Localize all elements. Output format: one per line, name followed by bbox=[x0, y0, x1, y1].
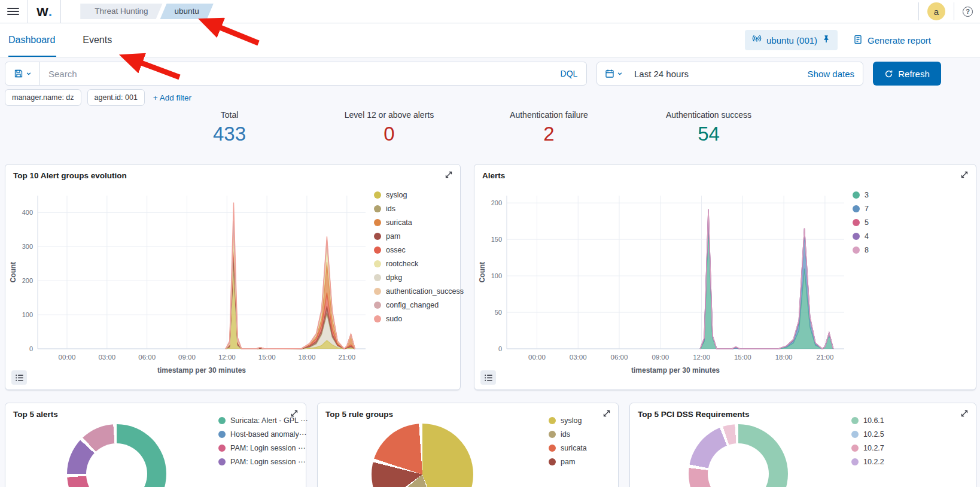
legend-label: syslog bbox=[561, 416, 582, 425]
svg-text:200: 200 bbox=[22, 277, 33, 284]
date-quick-select-button[interactable] bbox=[597, 62, 631, 85]
legend-label: suricata bbox=[386, 218, 412, 227]
legend-item[interactable]: PAM: Login session ⋯ bbox=[218, 458, 308, 466]
legend-item[interactable]: dpkg bbox=[374, 273, 464, 282]
saved-queries-menu-button[interactable] bbox=[5, 62, 40, 85]
filter-pill-manager-name[interactable]: manager.name: dz bbox=[5, 89, 81, 106]
inspect-list-button[interactable] bbox=[11, 370, 27, 385]
top5-alerts-donut[interactable] bbox=[67, 424, 166, 487]
legend-item[interactable]: 4 bbox=[853, 232, 869, 241]
legend-item[interactable]: PAM: Login session ⋯ bbox=[218, 444, 308, 452]
chevron-down-icon bbox=[617, 71, 623, 77]
calendar-icon bbox=[605, 69, 614, 78]
panel-title: Top 5 rule groups bbox=[325, 410, 393, 419]
refresh-icon bbox=[884, 69, 893, 78]
show-dates-button[interactable]: Show dates bbox=[808, 69, 863, 79]
legend-item[interactable]: pam bbox=[549, 458, 587, 466]
legend-item[interactable]: 8 bbox=[853, 246, 869, 254]
pinned-agent-badge[interactable]: ubuntu (001) bbox=[745, 30, 838, 50]
refresh-button[interactable]: Refresh bbox=[873, 62, 941, 86]
legend-color-dot bbox=[851, 445, 859, 452]
legend-item[interactable]: 10.2.7 bbox=[851, 444, 884, 452]
svg-text:0: 0 bbox=[498, 345, 502, 352]
legend-label: ids bbox=[386, 205, 395, 213]
legend-item[interactable]: ids bbox=[374, 205, 464, 213]
search-input[interactable] bbox=[40, 62, 552, 85]
legend-item[interactable]: syslog bbox=[374, 191, 464, 199]
svg-text:09:00: 09:00 bbox=[178, 354, 196, 361]
legend-color-dot bbox=[853, 205, 860, 212]
donut-hole bbox=[708, 443, 769, 487]
legend-item[interactable]: suricata bbox=[374, 218, 464, 227]
legend-item[interactable]: config_changed bbox=[374, 301, 464, 309]
legend-item[interactable]: 5 bbox=[853, 218, 869, 227]
legend-item[interactable]: 10.2.2 bbox=[851, 458, 884, 466]
legend-label: dpkg bbox=[386, 273, 402, 282]
pin-icon[interactable] bbox=[822, 35, 830, 45]
expand-icon[interactable] bbox=[960, 170, 970, 181]
legend-item[interactable]: pam bbox=[374, 232, 464, 241]
stat-value[interactable]: 2 bbox=[469, 123, 629, 145]
breadcrumb-agent-ubuntu[interactable]: ubuntu bbox=[160, 4, 214, 19]
filter-pill-agent-id[interactable]: agent.id: 001 bbox=[87, 89, 145, 106]
avatar[interactable]: a bbox=[927, 2, 945, 20]
svg-text:03:00: 03:00 bbox=[98, 354, 115, 361]
stat-value[interactable]: 54 bbox=[629, 123, 789, 145]
legend-item[interactable]: ossec bbox=[374, 246, 464, 254]
date-range-value[interactable]: Last 24 hours bbox=[634, 69, 689, 79]
legend-label: rootcheck bbox=[386, 260, 418, 268]
legend-item[interactable]: 10.2.5 bbox=[851, 430, 884, 439]
tab-dashboard[interactable]: Dashboard bbox=[8, 35, 55, 45]
chart-legend: Suricata: Alert - GPL ⋯Host-based anomal… bbox=[218, 416, 308, 466]
panel-title: Top 10 Alert groups evolution bbox=[13, 171, 127, 180]
legend-item[interactable]: 3 bbox=[853, 191, 869, 199]
panel-title: Top 5 alerts bbox=[13, 410, 58, 419]
legend-item[interactable]: 10.6.1 bbox=[851, 416, 884, 425]
top5-rule-groups-pie[interactable] bbox=[372, 424, 473, 487]
tab-events[interactable]: Events bbox=[83, 35, 112, 45]
legend-item[interactable]: suricata bbox=[549, 444, 587, 452]
panel-top5-alerts: Top 5 alerts Suricata: Alert - GPL ⋯Host… bbox=[5, 403, 306, 487]
top5-pci-donut[interactable] bbox=[689, 424, 788, 487]
agent-antenna-icon bbox=[752, 34, 762, 46]
legend-label: 10.2.2 bbox=[863, 458, 884, 466]
legend-color-dot bbox=[374, 302, 381, 309]
svg-text:09:00: 09:00 bbox=[652, 354, 669, 361]
legend-item[interactable]: 7 bbox=[853, 205, 869, 213]
legend-color-dot bbox=[374, 191, 381, 199]
alert-groups-evolution-chart[interactable]: 010020030040000:0003:0006:0009:0012:0015… bbox=[8, 187, 372, 380]
wazuh-logo[interactable]: W. bbox=[36, 4, 52, 20]
threat-hunting-dashboard: W. Threat Hunting ubuntu a ? Dashboard E… bbox=[0, 0, 980, 487]
generate-report-button[interactable]: Generate report bbox=[853, 35, 931, 46]
stat-value[interactable]: 433 bbox=[150, 123, 309, 145]
legend-color-dot bbox=[549, 431, 556, 438]
stat-level12-alerts: Level 12 or above alerts 0 bbox=[309, 110, 469, 145]
alerts-level-chart[interactable]: 05010015020000:0003:0006:0009:0012:0015:… bbox=[477, 187, 850, 380]
legend-label: PAM: Login session ⋯ bbox=[230, 444, 306, 452]
legend-item[interactable]: rootcheck bbox=[374, 260, 464, 268]
legend-item[interactable]: sudo bbox=[374, 315, 464, 323]
legend-label: config_changed bbox=[386, 301, 439, 309]
legend-label: 5 bbox=[865, 218, 869, 227]
panel-title: Top 5 PCI DSS Requirements bbox=[638, 410, 750, 419]
help-icon[interactable]: ? bbox=[963, 7, 973, 17]
menu-icon[interactable] bbox=[7, 8, 19, 15]
breadcrumb-threat-hunting[interactable]: Threat Hunting bbox=[80, 4, 162, 19]
legend-item[interactable]: ids bbox=[549, 430, 587, 439]
legend-color-dot bbox=[549, 458, 556, 465]
add-filter-button[interactable]: + Add filter bbox=[153, 93, 191, 102]
legend-item[interactable]: authentication_success bbox=[374, 287, 464, 296]
legend-item[interactable]: Host-based anomaly⋯ bbox=[218, 430, 308, 439]
dql-button[interactable]: DQL bbox=[552, 62, 586, 85]
chart-legend: syslogidssuricatapamossecrootcheckdpkgau… bbox=[374, 191, 464, 323]
legend-item[interactable]: Suricata: Alert - GPL ⋯ bbox=[218, 416, 308, 425]
expand-icon[interactable] bbox=[444, 170, 455, 181]
inspect-list-button[interactable] bbox=[480, 370, 496, 385]
expand-icon[interactable] bbox=[602, 409, 613, 419]
legend-item[interactable]: syslog bbox=[549, 416, 587, 425]
expand-icon[interactable] bbox=[960, 409, 970, 419]
stat-value[interactable]: 0 bbox=[309, 123, 469, 145]
stats-row: Total 433 Level 12 or above alerts 0 Aut… bbox=[150, 110, 789, 145]
query-bar: DQL Last 24 hours Show dates Refresh bbox=[5, 62, 941, 86]
svg-text:03:00: 03:00 bbox=[570, 354, 587, 361]
